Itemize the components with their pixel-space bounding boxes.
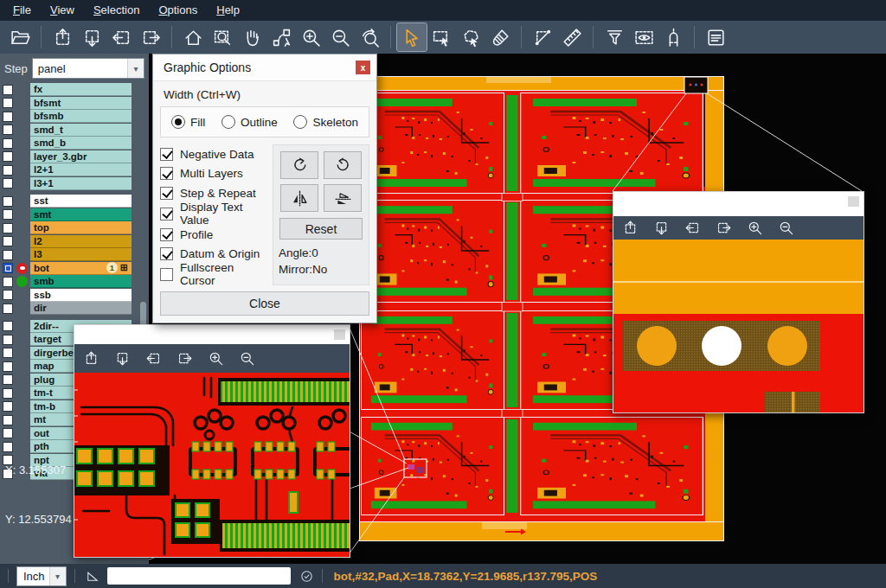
magnifier-1-view[interactable] [74, 373, 350, 557]
mirror-horizontal-button[interactable] [280, 184, 318, 212]
layer-row-bfsmb[interactable]: bfsmb [0, 110, 149, 124]
open-file-button[interactable] [5, 23, 35, 51]
clear-highlight-tool-button[interactable] [485, 23, 515, 51]
layer-visibility-checkbox[interactable] [3, 321, 13, 331]
checkbox-profile[interactable]: Profile [160, 225, 269, 245]
layer-visibility-checkbox[interactable] [3, 98, 13, 108]
radio-fill[interactable]: Fill [171, 115, 205, 129]
layer-visibility-checkbox[interactable] [3, 250, 13, 260]
popup-zoom-in-button[interactable] [747, 220, 763, 236]
layer-row-l2-1[interactable]: l2+1 [0, 163, 149, 177]
menu-item-options[interactable]: Options [149, 0, 207, 21]
window-button-icon[interactable] [334, 329, 345, 340]
layer-visibility-checkbox[interactable] [3, 178, 13, 189]
layer-row-smd-t[interactable]: smd_t [0, 124, 149, 137]
layer-visibility-checkbox[interactable] [3, 209, 13, 220]
layer-row-bfsmt[interactable]: bfsmt [0, 97, 149, 111]
layer-row-l2[interactable]: l2 [0, 235, 149, 249]
rect-select-tool-button[interactable] [427, 23, 456, 51]
popup-zoom-out-button[interactable] [239, 350, 255, 367]
layer-visibility-checkbox[interactable] [3, 388, 13, 399]
layer-visibility-checkbox[interactable] [3, 277, 13, 287]
layer-visibility-checkbox[interactable] [3, 415, 13, 425]
layer-row-l3[interactable]: l3 [0, 248, 149, 262]
dialog-title-bar[interactable]: Graphic Options x [153, 54, 376, 81]
rotate-cw-button[interactable] [280, 151, 318, 179]
command-input[interactable] [107, 567, 291, 585]
pan-up-button[interactable] [48, 23, 77, 51]
layer-visibility-checkbox[interactable] [3, 112, 13, 122]
reset-button[interactable]: Reset [279, 218, 363, 240]
layer-row-layer-3-gbr[interactable]: layer_3.gbr [0, 150, 149, 164]
popup-pan-up-button[interactable] [622, 220, 639, 236]
magnifier-2-view[interactable] [613, 240, 864, 412]
magnifier-2-title-bar[interactable] [613, 192, 864, 216]
layer-visibility-checkbox[interactable] [3, 138, 13, 149]
layer-row-bot[interactable]: bot1⊞ [0, 262, 149, 276]
view-overlay-tool-button[interactable] [629, 23, 658, 51]
rotate-ccw-button[interactable] [324, 151, 362, 179]
menu-item-file[interactable]: File [3, 0, 41, 21]
layer-visibility-checkbox[interactable] [3, 165, 13, 176]
checkbox-multi-layers[interactable]: Multi Layers [160, 164, 269, 184]
pan-left-button[interactable] [106, 23, 136, 51]
layer-visibility-checkbox[interactable] [3, 125, 13, 135]
layer-visibility-checkbox[interactable] [3, 263, 13, 273]
zoom-home-button[interactable] [178, 23, 208, 51]
layer-visibility-checkbox[interactable] [3, 374, 13, 385]
popup-zoom-out-button[interactable] [778, 220, 794, 236]
menu-item-selection[interactable]: Selection [84, 0, 149, 21]
layer-row-smt[interactable]: smt [0, 208, 149, 222]
layer-row-smb[interactable]: smb [0, 275, 149, 289]
layer-row-fx[interactable]: fx [0, 83, 149, 97]
checkbox-fullscreen-cursor[interactable]: Fullscreen Cursor [160, 264, 269, 285]
close-icon[interactable]: x [356, 61, 370, 74]
layer-visibility-checkbox[interactable] [3, 361, 13, 372]
layer-row-smd-b[interactable]: smd_b [0, 137, 149, 150]
radio-skeleton[interactable]: Skeleton [293, 115, 358, 129]
apply-check-icon[interactable] [299, 569, 314, 584]
mirror-vertical-button[interactable] [324, 184, 362, 212]
ruler-tool-button[interactable] [557, 23, 587, 51]
layer-visibility-checkbox[interactable] [3, 196, 13, 207]
select-tool-button[interactable] [397, 23, 427, 51]
layer-row-l3-1[interactable]: l3+1 [0, 177, 149, 191]
popup-pan-down-button[interactable] [653, 220, 670, 236]
checkbox-negative-data[interactable]: Negative Data [160, 144, 269, 164]
magnifier-1-title-bar[interactable] [74, 325, 350, 344]
radio-outline[interactable]: Outline [222, 115, 278, 129]
popup-pan-left-button[interactable] [684, 220, 701, 236]
menu-item-help[interactable]: Help [207, 0, 249, 21]
menu-item-view[interactable]: View [41, 0, 84, 21]
unit-select[interactable]: Inch ▾ [16, 566, 67, 586]
filter-tool-button[interactable] [600, 23, 629, 51]
layer-row-dir[interactable]: dir [0, 302, 149, 316]
layer-visibility-checkbox[interactable] [3, 335, 13, 345]
layer-row-top[interactable]: top [0, 221, 149, 235]
popup-pan-up-button[interactable] [83, 350, 100, 367]
measure-tool-button[interactable] [528, 23, 557, 51]
layer-row-sst[interactable]: sst [0, 195, 149, 208]
zoom-in-button[interactable] [296, 23, 325, 51]
zoom-previous-button[interactable] [355, 23, 384, 51]
popup-pan-left-button[interactable] [145, 350, 162, 367]
layer-visibility-checkbox[interactable] [3, 236, 13, 246]
layer-visibility-checkbox[interactable] [3, 401, 13, 412]
layer-visibility-checkbox[interactable] [3, 85, 13, 95]
popup-pan-right-button[interactable] [716, 220, 732, 236]
zoom-window-button[interactable] [208, 23, 237, 51]
step-select[interactable]: panel ▾ [32, 58, 144, 79]
layer-visibility-checkbox[interactable] [3, 151, 13, 162]
popup-pan-down-button[interactable] [114, 350, 131, 367]
object-zoom-button[interactable] [266, 23, 296, 51]
close-button[interactable]: Close [160, 291, 369, 316]
window-button-icon[interactable] [848, 196, 859, 207]
popup-zoom-in-button[interactable] [208, 350, 224, 367]
zoom-out-button[interactable] [325, 23, 355, 51]
snap-tool-button[interactable] [658, 23, 688, 51]
pan-hand-button[interactable] [237, 23, 266, 51]
layer-row-ssb[interactable]: ssb [0, 289, 149, 303]
layer-visibility-checkbox[interactable] [3, 223, 13, 233]
pan-right-button[interactable] [136, 23, 165, 51]
layer-visibility-checkbox[interactable] [3, 348, 13, 358]
